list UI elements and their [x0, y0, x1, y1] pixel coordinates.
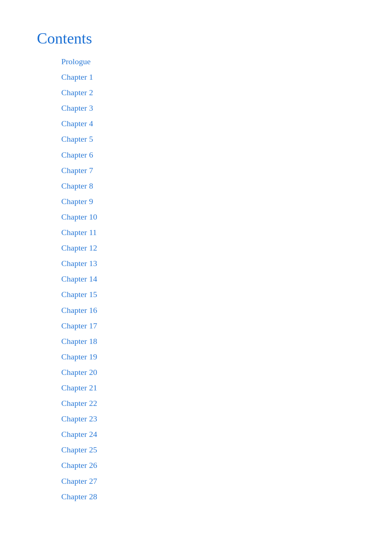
toc-link-chapter-28[interactable]: Chapter 28 [59, 489, 99, 504]
toc-link-chapter-5[interactable]: Chapter 5 [59, 131, 95, 147]
toc-link-chapter-27[interactable]: Chapter 27 [59, 473, 99, 489]
list-item: Chapter 26 [59, 458, 355, 473]
toc-link-chapter-16[interactable]: Chapter 16 [59, 303, 99, 318]
toc-link-chapter-12[interactable]: Chapter 12 [59, 240, 99, 256]
list-item: Chapter 16 [59, 303, 355, 318]
list-item: Chapter 18 [59, 334, 355, 349]
list-item: Chapter 23 [59, 411, 355, 427]
list-item: Chapter 17 [59, 318, 355, 334]
list-item: Chapter 10 [59, 209, 355, 225]
toc-link-chapter-19[interactable]: Chapter 19 [59, 349, 99, 365]
list-item: Chapter 22 [59, 396, 355, 411]
list-item: Chapter 13 [59, 256, 355, 271]
list-item: Chapter 24 [59, 427, 355, 442]
toc-link-chapter-1[interactable]: Chapter 1 [59, 69, 95, 85]
list-item: Chapter 11 [59, 225, 355, 240]
list-item: Chapter 12 [59, 240, 355, 256]
toc-link-chapter-6[interactable]: Chapter 6 [59, 147, 95, 163]
toc-link-chapter-20[interactable]: Chapter 20 [59, 365, 99, 380]
toc-link-chapter-22[interactable]: Chapter 22 [59, 396, 99, 411]
table-of-contents: PrologueChapter 1Chapter 2Chapter 3Chapt… [59, 54, 355, 504]
list-item: Chapter 4 [59, 116, 355, 131]
toc-link-chapter-7[interactable]: Chapter 7 [59, 163, 95, 178]
toc-link-chapter-15[interactable]: Chapter 15 [59, 287, 99, 302]
toc-link-chapter-8[interactable]: Chapter 8 [59, 178, 95, 194]
page-title: Contents [37, 30, 355, 47]
toc-link-chapter-11[interactable]: Chapter 11 [59, 225, 99, 240]
list-item: Chapter 3 [59, 100, 355, 116]
toc-link-chapter-10[interactable]: Chapter 10 [59, 209, 99, 225]
toc-link-chapter-3[interactable]: Chapter 3 [59, 100, 95, 116]
toc-link-chapter-13[interactable]: Chapter 13 [59, 256, 99, 271]
list-item: Chapter 21 [59, 380, 355, 396]
toc-link-prologue[interactable]: Prologue [59, 54, 93, 69]
toc-link-chapter-9[interactable]: Chapter 9 [59, 194, 95, 209]
list-item: Chapter 14 [59, 271, 355, 287]
toc-link-chapter-14[interactable]: Chapter 14 [59, 271, 99, 287]
toc-link-chapter-23[interactable]: Chapter 23 [59, 411, 99, 427]
toc-link-chapter-21[interactable]: Chapter 21 [59, 380, 99, 396]
list-item: Chapter 15 [59, 287, 355, 302]
list-item: Chapter 20 [59, 365, 355, 380]
list-item: Chapter 27 [59, 473, 355, 489]
toc-link-chapter-4[interactable]: Chapter 4 [59, 116, 95, 131]
toc-link-chapter-2[interactable]: Chapter 2 [59, 85, 95, 100]
list-item: Chapter 5 [59, 131, 355, 147]
toc-link-chapter-26[interactable]: Chapter 26 [59, 458, 99, 473]
list-item: Prologue [59, 54, 355, 69]
list-item: Chapter 9 [59, 194, 355, 209]
toc-link-chapter-24[interactable]: Chapter 24 [59, 427, 99, 442]
list-item: Chapter 6 [59, 147, 355, 163]
list-item: Chapter 28 [59, 489, 355, 504]
toc-link-chapter-17[interactable]: Chapter 17 [59, 318, 99, 334]
list-item: Chapter 25 [59, 442, 355, 458]
list-item: Chapter 19 [59, 349, 355, 365]
list-item: Chapter 8 [59, 178, 355, 194]
list-item: Chapter 2 [59, 85, 355, 100]
toc-link-chapter-25[interactable]: Chapter 25 [59, 442, 99, 458]
list-item: Chapter 1 [59, 69, 355, 85]
list-item: Chapter 7 [59, 163, 355, 178]
toc-link-chapter-18[interactable]: Chapter 18 [59, 334, 99, 349]
